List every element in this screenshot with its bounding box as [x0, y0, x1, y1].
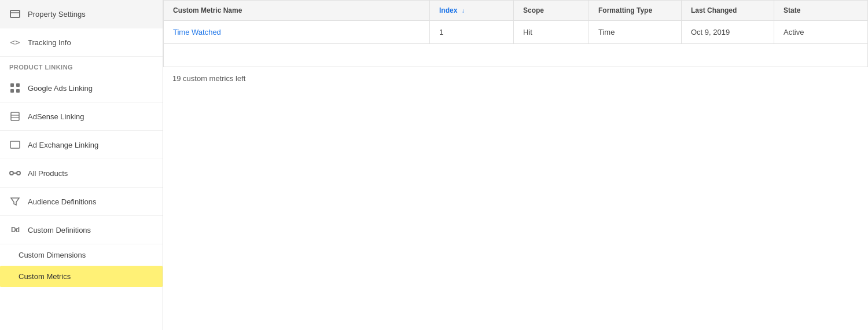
sidebar-item-ad-exchange-label: Ad Exchange Linking: [28, 141, 98, 149]
svg-rect-11: [17, 171, 20, 175]
sidebar-item-audience-definitions-label: Audience Definitions: [28, 197, 97, 206]
sidebar-item-adsense-label: AdSense Linking: [28, 112, 84, 121]
cell-last-changed: Oct 9, 2019: [682, 21, 774, 44]
sidebar-item-tracking-info-label: Tracking Info: [28, 38, 71, 47]
svg-rect-4: [10, 89, 14, 93]
table-body: Time Watched 1 Hit Time Oct 9, 2019 Acti…: [164, 21, 868, 67]
sidebar-item-all-products[interactable]: All Products: [0, 159, 163, 188]
product-linking-section: PRODUCT LINKING: [0, 57, 163, 74]
code-icon: <>: [9, 36, 21, 48]
svg-rect-5: [16, 89, 20, 93]
square-icon: [9, 8, 21, 20]
cell-index: 1: [430, 21, 514, 44]
sidebar-item-all-products-label: All Products: [28, 169, 68, 178]
column-header-formatting-type[interactable]: Formatting Type: [589, 1, 682, 21]
cell-name: Time Watched: [164, 21, 430, 44]
sidebar-item-property-settings-label: Property Settings: [28, 10, 86, 19]
cell-formatting-type: Time: [589, 21, 682, 44]
svg-rect-2: [10, 83, 14, 87]
sidebar-item-ad-exchange[interactable]: Ad Exchange Linking: [0, 131, 163, 159]
sort-icon: ↓: [462, 8, 465, 14]
ad-exchange-icon: [9, 139, 21, 151]
svg-rect-0: [10, 10, 20, 17]
sidebar-item-audience-definitions[interactable]: Audience Definitions: [0, 188, 163, 216]
table-row-empty: [164, 44, 868, 67]
chain-icon: [9, 167, 21, 179]
cell-scope: Hit: [514, 21, 589, 44]
column-header-index[interactable]: Index ↓: [430, 1, 514, 21]
filter-icon: [9, 196, 21, 207]
sidebar-subitem-custom-dimensions[interactable]: Custom Dimensions: [0, 244, 163, 266]
sidebar-item-adsense[interactable]: AdSense Linking: [0, 102, 163, 131]
google-ads-icon: [9, 82, 21, 94]
svg-rect-3: [16, 83, 20, 87]
sidebar-item-custom-definitions-label: Custom Definitions: [28, 226, 91, 234]
sidebar-item-tracking-info[interactable]: <> Tracking Info: [0, 28, 163, 57]
sidebar-item-property-settings[interactable]: Property Settings: [0, 0, 163, 28]
table-row: Time Watched 1 Hit Time Oct 9, 2019 Acti…: [164, 21, 868, 44]
svg-rect-9: [10, 141, 20, 148]
svg-rect-10: [10, 171, 13, 175]
main-content: Custom Metric Name Index ↓ Scope Formatt…: [163, 0, 868, 330]
sidebar-item-custom-definitions[interactable]: Dd Custom Definitions: [0, 216, 163, 244]
column-header-scope[interactable]: Scope: [514, 1, 589, 21]
dd-icon: Dd: [9, 224, 21, 236]
cell-state: Active: [774, 21, 868, 44]
adsense-icon: [9, 111, 21, 122]
sidebar-subitem-custom-metrics-label: Custom Metrics: [19, 272, 71, 281]
column-header-state[interactable]: State: [774, 1, 868, 21]
sidebar-subitem-custom-metrics[interactable]: Custom Metrics: [0, 266, 163, 287]
svg-rect-6: [11, 112, 19, 120]
custom-metrics-table: Custom Metric Name Index ↓ Scope Formatt…: [163, 0, 868, 67]
table-header: Custom Metric Name Index ↓ Scope Formatt…: [164, 1, 868, 21]
metric-name-link[interactable]: Time Watched: [173, 28, 221, 36]
sidebar-item-google-ads-label: Google Ads Linking: [28, 84, 93, 93]
sidebar-item-google-ads[interactable]: Google Ads Linking: [0, 74, 163, 102]
footer-note: 19 custom metrics left: [163, 67, 868, 90]
sidebar: Property Settings <> Tracking Info PRODU…: [0, 0, 163, 330]
column-header-last-changed[interactable]: Last Changed: [682, 1, 774, 21]
column-header-name[interactable]: Custom Metric Name: [164, 1, 430, 21]
sidebar-subitem-custom-dimensions-label: Custom Dimensions: [19, 251, 86, 259]
